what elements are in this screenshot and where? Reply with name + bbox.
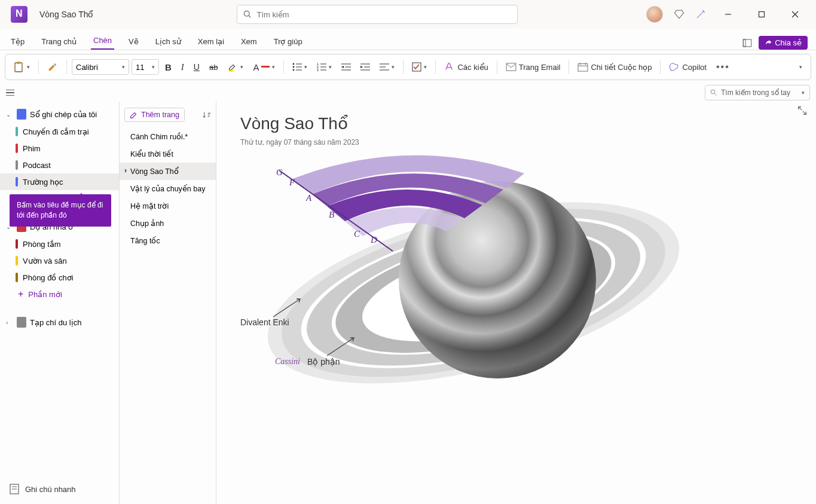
font-color-button[interactable]: A▾ [249, 60, 279, 75]
svg-rect-7 [743, 39, 745, 47]
quick-notes-label: Ghi chú nhanh [25, 485, 76, 494]
notebook-header[interactable]: › Tạp chí du lịch [0, 313, 119, 331]
quick-notes-button[interactable]: Ghi chú nhanh [6, 480, 114, 498]
email-page-button[interactable]: Trang Email [502, 60, 564, 74]
tab-history[interactable]: Lịch sử [153, 33, 184, 50]
numbering-button[interactable]: 123▾ [313, 60, 335, 74]
section-item[interactable]: Vườn và sân [0, 252, 119, 269]
todo-tag-button[interactable]: ▾ [408, 60, 430, 74]
page-item[interactable]: Cánh Chim ruồi.* [120, 128, 216, 145]
tab-help[interactable]: Trợ giúp [271, 33, 305, 50]
font-selector[interactable]: Calibri▾ [72, 59, 129, 75]
tab-home[interactable]: Trang chủ [39, 33, 79, 50]
page-item[interactable]: Chụp ảnh [120, 215, 216, 232]
format-painter-button[interactable] [44, 59, 62, 75]
highlight-button[interactable]: ▾ [224, 59, 247, 75]
note-canvas[interactable]: Vòng Sao Thổ Thứ tư, ngày 07 tháng sáu n… [216, 102, 816, 504]
open-fullpage-icon[interactable] [742, 38, 753, 48]
bullets-button[interactable]: ▾ [289, 60, 311, 74]
tab-file[interactable]: Tệp [8, 33, 27, 50]
tooltip: Bấm vào tiêu đề mục để đi tới đến phần đ… [10, 194, 111, 227]
wand-icon[interactable] [695, 9, 706, 20]
meeting-details-button[interactable]: Chi tiết Cuộc họp [574, 60, 655, 74]
ring-label-d: D [371, 235, 377, 245]
maximize-button[interactable] [750, 3, 773, 26]
page-item[interactable]: Vật lý của chuyến bay [120, 180, 216, 197]
page-item[interactable]: Tăng tốc [120, 232, 216, 249]
tab-insert[interactable]: Chèn [91, 32, 114, 50]
section-color [16, 256, 18, 265]
share-label: Chia sẻ [775, 38, 802, 47]
tab-view[interactable]: Xem [239, 33, 259, 50]
section-color [16, 273, 18, 282]
paste-button[interactable]: ▾ [10, 59, 33, 75]
page-item[interactable]: Vòng Sao Thổ [120, 163, 216, 180]
italic-button[interactable]: I [178, 60, 188, 75]
copilot-button[interactable]: Copilot [665, 59, 710, 75]
search-placeholder: Tìm kiếm [256, 10, 289, 19]
minimize-button[interactable] [717, 3, 739, 26]
section-color [16, 177, 18, 187]
nav-toggle-button[interactable] [6, 90, 18, 96]
share-button[interactable]: Chia sẻ [759, 36, 808, 50]
svg-line-1 [249, 16, 251, 17]
notebook-name: Sổ ghi chép của tôi [30, 110, 97, 119]
notebook-header[interactable]: ⌄ Sổ ghi chép của tôi [0, 105, 119, 123]
note-date: Thứ tư, ngày 07 tháng sáu năm 2023 [240, 138, 792, 146]
notes-icon [10, 484, 19, 494]
sort-icon[interactable] [203, 111, 211, 119]
fullscreen-icon[interactable] [797, 105, 808, 116]
notebook-icon [17, 317, 26, 328]
ribbon-expand-button[interactable]: ▾ [796, 62, 806, 72]
section-item[interactable]: Phim [0, 140, 119, 157]
ribbon-tabs: Tệp Trang chủ Chèn Vẽ Lịch sử Xem lại Xe… [0, 29, 816, 50]
diamond-icon[interactable] [674, 9, 684, 20]
page-item[interactable]: Kiểu thời tiết [120, 145, 216, 163]
notebook-icon [17, 109, 26, 120]
svg-rect-10 [229, 70, 234, 72]
ring-label-f: F [289, 178, 295, 188]
note-title[interactable]: Vòng Sao Thổ [240, 114, 792, 133]
share-arrow-icon [765, 39, 772, 47]
tab-draw[interactable]: Vẽ [126, 33, 141, 50]
underline-button[interactable]: U [190, 60, 203, 74]
saturn-illustration: G F A B C D Divalent Enki Cassini Bộ phậ… [240, 158, 707, 433]
indent-button[interactable] [357, 60, 374, 74]
section-item[interactable]: Trường học [0, 173, 119, 190]
tab-review[interactable]: Xem lại [195, 33, 227, 50]
font-size-selector[interactable]: 11▾ [132, 59, 159, 75]
align-button[interactable]: ▾ [376, 60, 398, 74]
close-button[interactable] [784, 3, 806, 26]
search-icon [243, 10, 252, 19]
search-input[interactable]: Tìm kiếm [237, 5, 518, 24]
annotation-bophan: Bộ phận [307, 357, 340, 366]
section-item[interactable]: Chuyến đi cắm trại [0, 123, 119, 140]
svg-point-11 [293, 63, 295, 65]
add-section-button[interactable]: +Phần mới [0, 286, 119, 303]
svg-line-39 [715, 94, 717, 96]
svg-rect-6 [743, 39, 751, 47]
chevron-down-icon: ⌄ [6, 111, 13, 118]
section-item[interactable]: Podcast [0, 157, 119, 173]
svg-line-41 [803, 111, 806, 114]
onenote-app-icon [11, 6, 27, 23]
svg-rect-8 [15, 63, 22, 72]
add-page-button[interactable]: Thêm trang [124, 108, 185, 122]
section-item[interactable]: Phòng đồ chơi [0, 269, 119, 286]
user-avatar[interactable] [646, 6, 663, 23]
ribbon-more-button[interactable]: ••• [713, 59, 734, 75]
outdent-button[interactable] [338, 60, 354, 74]
bold-button[interactable]: B [161, 60, 175, 75]
search-icon [710, 89, 717, 96]
edit-icon [130, 111, 137, 119]
styles-button[interactable]: Các kiểu [441, 60, 491, 74]
strike-button[interactable]: ab [206, 60, 221, 74]
svg-text:3: 3 [317, 68, 319, 71]
svg-point-38 [711, 90, 715, 94]
page-item[interactable]: Hệ mặt trời [120, 197, 216, 215]
svg-point-15 [293, 69, 295, 71]
section-color [16, 239, 18, 249]
section-item[interactable]: Phòng tắm [0, 236, 119, 252]
annotation-enki: Divalent Enki [240, 317, 289, 327]
notebook-search-input[interactable]: Tìm kiếm trong sổ tay ▾ [705, 85, 810, 100]
